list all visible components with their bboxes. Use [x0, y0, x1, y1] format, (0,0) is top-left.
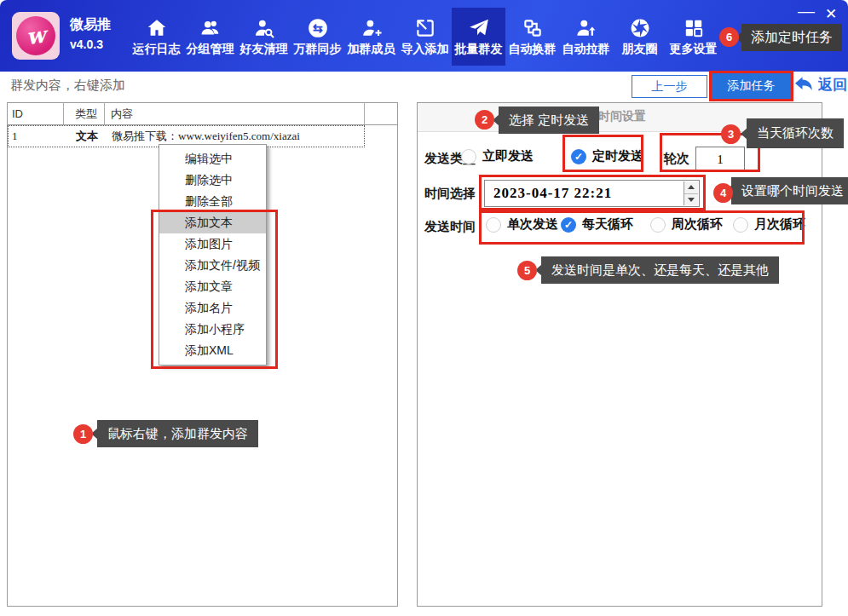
menu-item-delete-all[interactable]: 删除全部 — [159, 191, 266, 212]
menu-item-add-image[interactable]: 添加图片 — [159, 233, 266, 255]
table-header: ID 类型 内容 — [8, 103, 397, 125]
column-header-content: 内容 — [105, 103, 365, 124]
menu-item-add-article[interactable]: 添加文章 — [159, 276, 266, 297]
page-title: 群发内容，右键添加 — [10, 78, 125, 94]
annotation-box-add-task: 添加任务 — [709, 71, 793, 101]
app-window: w 微易推 v4.0.3 运行日志 分组管理 好友清理 ⇆ 万群同步 — [0, 0, 848, 616]
nav-item-import-add[interactable]: 导入添加 — [398, 8, 452, 66]
time-settings-panel: 时间设置 发送类型 立即发送 定时发送 轮次 时间选择 — [417, 102, 822, 607]
person-add-icon — [361, 17, 383, 39]
annotation-badge-5: 5 — [517, 261, 537, 280]
datetime-input[interactable] — [485, 181, 686, 206]
close-button[interactable]: ✕ — [825, 5, 837, 24]
prev-step-button[interactable]: 上一步 — [632, 75, 707, 98]
rounds-row — [418, 144, 823, 175]
nav-item-more-settings[interactable]: 更多设置 — [666, 8, 720, 66]
minimize-button[interactable]: — — [798, 2, 815, 20]
content-list-panel: ID 类型 内容 1 文本 微易推下载：www.weiyifen5.com/xi… — [7, 102, 398, 607]
swap-group-icon — [522, 17, 544, 39]
sync-icon: ⇆ — [307, 17, 329, 39]
cell-content: 微易推下载：www.weiyifen5.com/xiazai — [106, 129, 364, 144]
nav-item-group-sync[interactable]: ⇆ 万群同步 — [291, 8, 344, 66]
send-time-label: 发送时间 — [424, 219, 476, 235]
radio-circle-icon[interactable] — [561, 217, 576, 233]
cell-type: 文本 — [65, 129, 106, 144]
menu-item-add-text[interactable]: 添加文本 — [159, 212, 266, 233]
arrow-up-icon — [688, 185, 695, 189]
nav-item-add-members[interactable]: 加群成员 — [344, 8, 398, 66]
context-menu: 编辑选中 删除选中 删除全部 添加文本 添加图片 添加文件/视频 添加文章 添加… — [159, 144, 267, 366]
main-nav: 运行日志 分组管理 好友清理 ⇆ 万群同步 加群成员 导入添加 — [130, 8, 720, 66]
logo-circle-icon: w — [16, 16, 55, 55]
radio-weekly-loop[interactable]: 周次循环 — [650, 216, 723, 233]
group-icon — [199, 17, 222, 39]
radio-monthly-loop[interactable]: 月次循环 — [733, 216, 805, 233]
cell-id: 1 — [9, 130, 65, 143]
menu-item-add-card[interactable]: 添加名片 — [159, 297, 266, 319]
annotation-badge-4: 4 — [713, 183, 733, 203]
nav-item-moments[interactable]: 朋友圈 — [613, 8, 666, 66]
app-logo: w — [12, 12, 60, 60]
menu-item-add-file-video[interactable]: 添加文件/视频 — [159, 255, 266, 276]
nav-item-batch-send[interactable]: 批量群发 — [452, 8, 505, 66]
return-button[interactable]: 返回 — [793, 74, 847, 95]
add-timed-task-tooltip: 添加定时任务 — [741, 24, 842, 51]
annotation-badge-3: 3 — [721, 124, 741, 144]
annotation-tip-5: 发送时间是单次、还是每天、还是其他 — [541, 256, 779, 284]
menu-item-add-miniprogram[interactable]: 添加小程序 — [159, 319, 266, 340]
return-button-label: 返回 — [818, 75, 847, 95]
annotation-tip-4: 设置哪个时间发送 — [731, 177, 848, 204]
column-header-type: 类型 — [64, 103, 105, 124]
annotation-badge-2: 2 — [475, 110, 494, 130]
person-search-icon — [253, 17, 275, 39]
titlebar: w 微易推 v4.0.3 运行日志 分组管理 好友清理 ⇆ 万群同步 — [0, 0, 848, 72]
spinner-up-button[interactable] — [684, 181, 698, 194]
menu-item-delete-selected[interactable]: 删除选中 — [159, 170, 266, 191]
nav-item-friend-clean[interactable]: 好友清理 — [237, 8, 291, 66]
radio-circle-icon[interactable] — [733, 217, 748, 233]
panel-title: 时间设置 — [598, 109, 646, 124]
import-icon — [414, 17, 436, 39]
arrow-down-icon — [688, 198, 695, 202]
annotation-tip-1: 鼠标右键，添加群发内容 — [97, 420, 258, 447]
aperture-icon — [629, 17, 651, 39]
radio-circle-icon[interactable] — [486, 217, 501, 233]
add-task-button[interactable]: 添加任务 — [712, 73, 791, 99]
nav-item-run-log[interactable]: 运行日志 — [130, 8, 183, 66]
app-name: 微易推 — [70, 14, 111, 35]
column-header-id: ID — [8, 103, 64, 124]
app-meta: 微易推 v4.0.3 — [70, 14, 111, 54]
annotation-tip-2: 选择 定时发送 — [499, 107, 599, 134]
radio-daily-loop[interactable]: 每天循环 — [561, 216, 633, 233]
radio-circle-icon[interactable] — [650, 217, 666, 233]
annotation-badge-1: 1 — [73, 424, 93, 444]
more-settings-badge: 6 — [719, 27, 739, 47]
home-icon — [146, 17, 168, 39]
nav-item-auto-pull-group[interactable]: 自动拉群 — [559, 8, 613, 66]
svg-text:⇆: ⇆ — [313, 20, 323, 34]
person-up-icon — [575, 17, 597, 39]
menu-item-edit-selected[interactable]: 编辑选中 — [159, 148, 266, 170]
paper-plane-icon — [468, 17, 490, 39]
app-version: v4.0.3 — [70, 35, 111, 54]
datetime-field — [484, 180, 700, 207]
menu-item-add-xml[interactable]: 添加XML — [159, 340, 266, 361]
grid-icon — [683, 17, 705, 39]
column-header-spacer — [365, 103, 397, 124]
spinner-down-button[interactable] — [684, 194, 698, 206]
radio-once[interactable]: 单次发送 — [486, 216, 558, 233]
back-arrow-icon — [793, 74, 815, 95]
rounds-input[interactable] — [695, 147, 745, 172]
annotation-tip-3: 当天循环次数 — [747, 118, 844, 148]
nav-item-group-manage[interactable]: 分组管理 — [183, 8, 237, 66]
datetime-spinner — [684, 181, 698, 205]
nav-item-auto-switch-group[interactable]: 自动换群 — [505, 8, 559, 66]
